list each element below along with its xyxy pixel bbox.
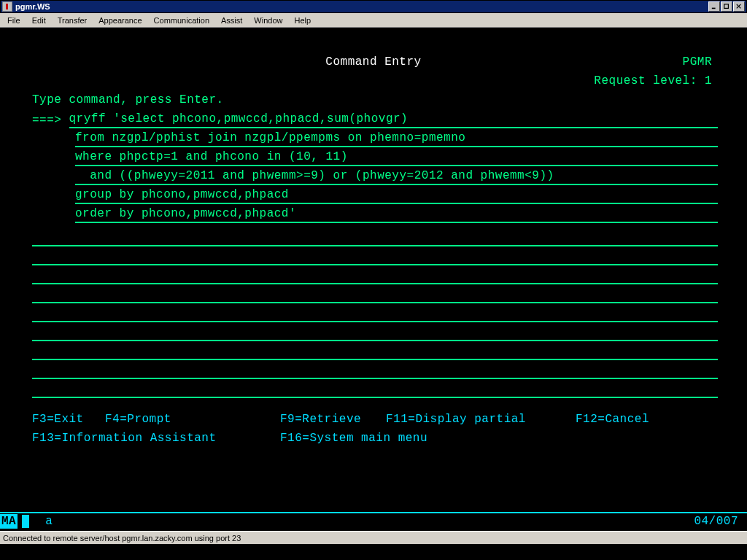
instruction-text: Type command, press Enter. <box>3 90 744 109</box>
command-line-empty[interactable] <box>32 268 718 284</box>
user-id: PGMR <box>683 55 712 69</box>
statusbar: Connected to remote server/host pgmr.lan… <box>0 531 747 544</box>
menu-communication[interactable]: Communication <box>148 15 215 26</box>
command-line-6[interactable]: order by phcono,pmwccd,phpacd' <box>75 207 718 223</box>
command-line-empty[interactable] <box>32 344 718 360</box>
menu-appearance[interactable]: Appearance <box>93 15 147 26</box>
maximize-button[interactable] <box>721 1 732 12</box>
screen-title: Command Entry <box>325 55 421 69</box>
command-line-empty[interactable] <box>32 287 718 303</box>
connection-status: Connected to remote server/host pgmr.lan… <box>3 534 241 542</box>
close-button[interactable] <box>733 1 745 12</box>
menu-assist[interactable]: Assist <box>215 15 248 26</box>
fkey-f11: F11=Display partial <box>386 413 576 432</box>
fkey-f13: F13=Information Assistant <box>32 432 280 451</box>
oia-cursor-icon <box>22 515 29 528</box>
command-line-3[interactable]: where phpctp=1 and phcono in (10, 11) <box>75 150 718 166</box>
app-icon <box>2 1 12 12</box>
command-line-1[interactable]: qryff 'select phcono,pmwccd,phpacd,sum(p… <box>69 112 718 128</box>
command-line-empty[interactable] <box>32 325 718 341</box>
menu-help[interactable]: Help <box>288 15 317 26</box>
fkey-f16: F16=System main menu <box>280 432 427 451</box>
command-line-2[interactable]: from nzgpl/pphist join nzgpl/ppempms on … <box>75 131 718 147</box>
command-line-empty[interactable] <box>32 249 718 265</box>
window-titlebar: pgmr.WS <box>0 0 747 13</box>
fkey-f9: F9=Retrieve <box>280 413 386 432</box>
oia-a: a <box>45 515 53 528</box>
menu-window[interactable]: Window <box>248 15 288 26</box>
fkey-f3: F3=Exit <box>32 413 105 432</box>
command-line-empty[interactable] <box>32 230 718 246</box>
command-line-empty[interactable] <box>32 306 718 322</box>
command-line-empty[interactable] <box>32 363 718 379</box>
oia-ma: MA <box>0 514 18 529</box>
request-value: 1 <box>705 74 712 88</box>
command-line-5[interactable]: group by phcono,pmwccd,phpacd <box>75 188 718 204</box>
svg-rect-1 <box>724 4 729 9</box>
terminal-screen[interactable]: Command Entry PGMR Request level: 1 Type… <box>0 28 747 531</box>
command-line-empty[interactable] <box>32 382 718 398</box>
menu-file[interactable]: File <box>1 15 26 26</box>
fkey-f4: F4=Prompt <box>105 413 280 432</box>
fkey-f12: F12=Cancel <box>576 413 649 432</box>
cursor-position: 04/007 <box>694 515 738 528</box>
window-title: pgmr.WS <box>15 2 50 11</box>
menubar: File Edit Transfer Appearance Communicat… <box>0 13 747 28</box>
command-line-4[interactable]: and ((phweyy=2011 and phwemm>=9) or (phw… <box>75 169 718 185</box>
command-prompt: ===> <box>32 114 61 128</box>
menu-edit[interactable]: Edit <box>26 15 52 26</box>
minimize-button[interactable] <box>708 1 720 12</box>
operator-information-area: MA a 04/007 <box>0 512 747 529</box>
request-label: Request level: <box>594 74 697 88</box>
menu-transfer[interactable]: Transfer <box>52 15 93 26</box>
